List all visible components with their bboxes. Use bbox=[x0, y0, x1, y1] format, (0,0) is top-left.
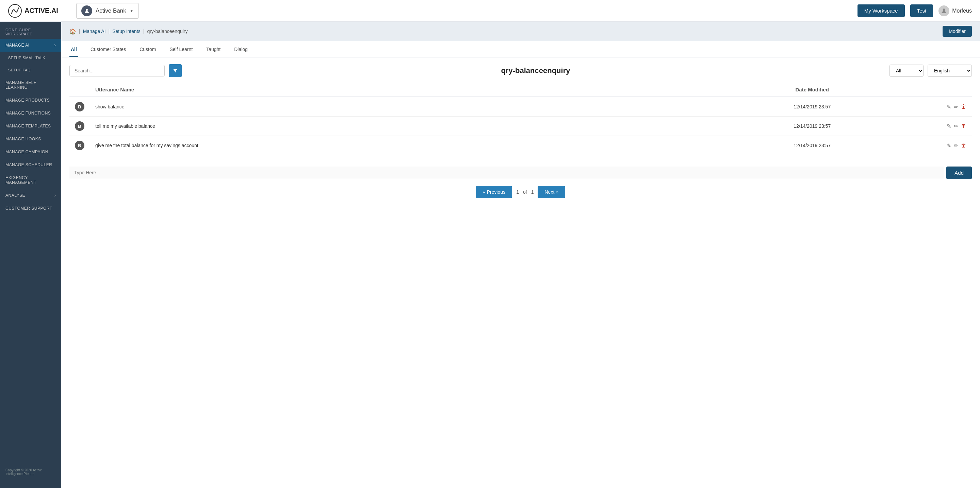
type-here-input[interactable] bbox=[69, 166, 943, 179]
breadcrumb-current: qry-balanceenquiry bbox=[147, 29, 188, 34]
sidebar-item-manage-templates[interactable]: MANAGE TEMPLATES bbox=[0, 120, 61, 133]
logo-text: ACTIVE.AI bbox=[24, 7, 58, 14]
previous-button[interactable]: « Previous bbox=[476, 186, 512, 198]
sidebar-label: MANAGE SELF LEARNING bbox=[5, 80, 56, 90]
tab-customer-states[interactable]: Customer States bbox=[89, 41, 127, 57]
edit-icon[interactable]: ✏ bbox=[954, 123, 958, 130]
copy-icon[interactable]: ✎ bbox=[947, 143, 951, 149]
breadcrumb-setup-intents[interactable]: Setup Intents bbox=[112, 29, 140, 34]
row-avatar: B bbox=[75, 141, 84, 150]
row-actions: ✎ ✏ 🗑 bbox=[943, 104, 966, 110]
panel-title: qry-balanceenquiry bbox=[186, 66, 885, 75]
header-right: My Workspace Test Morfeus bbox=[858, 5, 972, 17]
content-area: 🏠 | Manage AI | Setup Intents | qry-bala… bbox=[61, 22, 980, 488]
add-button[interactable]: Add bbox=[946, 166, 972, 179]
tab-taught[interactable]: Taught bbox=[205, 41, 222, 57]
row-actions: ✎ ✏ 🗑 bbox=[943, 143, 966, 149]
sidebar-label: MANAGE HOOKS bbox=[5, 136, 41, 141]
bank-selector-area: Active Bank ▼ bbox=[69, 3, 858, 19]
logo: ACTIVE.AI bbox=[8, 4, 69, 17]
sidebar-item-manage-ai[interactable]: MANAGE AI › bbox=[0, 39, 61, 52]
col-date-modified-header: Date Modified bbox=[686, 82, 938, 97]
user-name: Morfeus bbox=[952, 8, 972, 14]
delete-icon[interactable]: 🗑 bbox=[961, 143, 966, 149]
main-layout: CONFIGURE WORKSPACE MANAGE AI › SETUP SM… bbox=[0, 22, 980, 488]
table-row: B give me the total balance for my savin… bbox=[69, 136, 972, 155]
sidebar-label: MANAGE TEMPLATES bbox=[5, 124, 51, 128]
breadcrumb-manage-ai[interactable]: Manage AI bbox=[83, 29, 106, 34]
sidebar-item-manage-scheduler[interactable]: MANAGE SCHEDULER bbox=[0, 158, 61, 171]
sidebar-item-manage-hooks[interactable]: MANAGE HOOKS bbox=[0, 133, 61, 146]
test-button[interactable]: Test bbox=[910, 5, 933, 17]
language-select[interactable]: English Malay Chinese bbox=[928, 65, 972, 77]
breadcrumb-sep2: | bbox=[108, 29, 110, 34]
row-avatar: B bbox=[75, 121, 84, 131]
filter-icon bbox=[172, 68, 178, 73]
sidebar-label: SETUP FAQ bbox=[8, 68, 30, 72]
sidebar: CONFIGURE WORKSPACE MANAGE AI › SETUP SM… bbox=[0, 22, 61, 488]
row-utterance-cell: tell me my available balance bbox=[90, 117, 686, 136]
col-avatar-header bbox=[69, 82, 90, 97]
row-utterance-cell: show balance bbox=[90, 97, 686, 117]
table-row: B tell me my available balance 12/14/201… bbox=[69, 117, 972, 136]
sidebar-item-customer-support[interactable]: CUSTOMER SUPPORT bbox=[0, 202, 61, 215]
utterance-table: Utterance Name Date Modified B show bala… bbox=[69, 82, 972, 155]
chevron-right-icon: › bbox=[54, 193, 56, 198]
breadcrumb: 🏠 | Manage AI | Setup Intents | qry-bala… bbox=[61, 22, 980, 41]
my-workspace-button[interactable]: My Workspace bbox=[858, 5, 905, 17]
row-utterance-cell: give me the total balance for my savings… bbox=[90, 136, 686, 155]
edit-icon[interactable]: ✏ bbox=[954, 104, 958, 110]
sidebar-label: EXIGENCY MANAGEMENT bbox=[5, 175, 56, 185]
sidebar-label: MANAGE CAMPAIGN bbox=[5, 149, 48, 154]
header: ACTIVE.AI Active Bank ▼ My Workspace Tes… bbox=[0, 0, 980, 22]
sidebar-item-setup-smalltalk[interactable]: SETUP SMALLTALK bbox=[0, 52, 61, 64]
sidebar-label: CUSTOMER SUPPORT bbox=[5, 206, 52, 211]
col-utterance-name-header: Utterance Name bbox=[90, 82, 686, 97]
row-actions-cell: ✎ ✏ 🗑 bbox=[938, 97, 972, 117]
bank-selector[interactable]: Active Bank ▼ bbox=[76, 3, 139, 19]
tab-custom[interactable]: Custom bbox=[138, 41, 157, 57]
table-row: B show balance 12/14/2019 23:57 ✎ ✏ 🗑 bbox=[69, 97, 972, 117]
filter-all-select[interactable]: All bbox=[889, 65, 924, 77]
sidebar-label: MANAGE PRODUCTS bbox=[5, 98, 50, 103]
page-current: 1 bbox=[516, 189, 519, 195]
chevron-right-icon: › bbox=[54, 43, 56, 48]
sidebar-item-manage-products[interactable]: MANAGE PRODUCTS bbox=[0, 94, 61, 107]
row-avatar-cell: B bbox=[69, 117, 90, 136]
delete-icon[interactable]: 🗑 bbox=[961, 104, 966, 110]
chevron-down-icon: ▼ bbox=[130, 8, 134, 13]
page-of-label: of bbox=[523, 189, 527, 195]
sidebar-item-manage-campaign[interactable]: MANAGE CAMPAIGN bbox=[0, 146, 61, 158]
row-avatar: B bbox=[75, 102, 84, 111]
sidebar-item-exigency-management[interactable]: EXIGENCY MANAGEMENT bbox=[0, 171, 61, 189]
modifier-button[interactable]: Modifier bbox=[943, 26, 972, 37]
sidebar-label: MANAGE FUNCTIONS bbox=[5, 111, 51, 116]
main-panel: qry-balanceenquiry All English Malay Chi… bbox=[61, 57, 980, 488]
copy-icon[interactable]: ✎ bbox=[947, 104, 951, 110]
bank-name: Active Bank bbox=[95, 8, 126, 14]
tab-all[interactable]: All bbox=[69, 41, 78, 57]
user-info: Morfeus bbox=[939, 5, 972, 16]
delete-icon[interactable]: 🗑 bbox=[961, 123, 966, 129]
bank-avatar bbox=[81, 5, 92, 16]
next-button[interactable]: Next » bbox=[538, 186, 565, 198]
filter-button[interactable] bbox=[169, 64, 182, 77]
sidebar-label: MANAGE SCHEDULER bbox=[5, 162, 52, 167]
manage-ai-label: MANAGE AI bbox=[5, 43, 30, 48]
search-input[interactable] bbox=[69, 65, 165, 76]
sidebar-item-analyse[interactable]: ANALYSE › bbox=[0, 189, 61, 202]
breadcrumb-home-icon[interactable]: 🏠 bbox=[69, 28, 76, 35]
row-date-cell: 12/14/2019 23:57 bbox=[686, 117, 938, 136]
row-actions-cell: ✎ ✏ 🗑 bbox=[938, 117, 972, 136]
edit-icon[interactable]: ✏ bbox=[954, 143, 958, 149]
tab-self-learnt[interactable]: Self Learnt bbox=[168, 41, 194, 57]
sidebar-item-setup-faq[interactable]: SETUP FAQ bbox=[0, 64, 61, 76]
sidebar-label: SETUP SMALLTALK bbox=[8, 56, 45, 60]
sidebar-item-manage-self-learning[interactable]: MANAGE SELF LEARNING bbox=[0, 76, 61, 94]
col-actions-header bbox=[938, 82, 972, 97]
sidebar-item-manage-functions[interactable]: MANAGE FUNCTIONS bbox=[0, 107, 61, 120]
svg-point-2 bbox=[18, 8, 19, 9]
row-actions-cell: ✎ ✏ 🗑 bbox=[938, 136, 972, 155]
tab-dialog[interactable]: Dialog bbox=[233, 41, 249, 57]
copy-icon[interactable]: ✎ bbox=[947, 123, 951, 130]
